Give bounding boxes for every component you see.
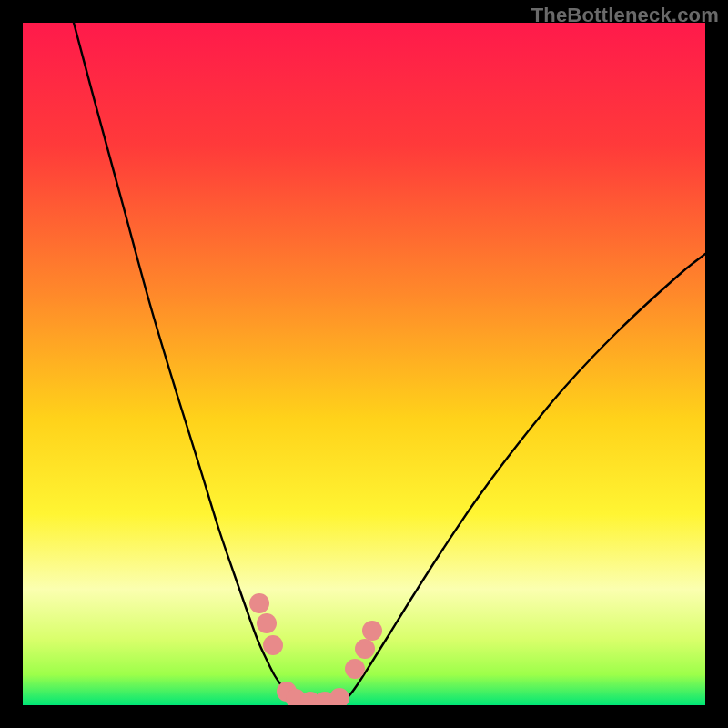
watermark-text: TheBottleneck.com	[531, 4, 719, 27]
data-marker	[345, 659, 365, 679]
data-marker	[355, 639, 375, 659]
data-marker	[249, 593, 269, 613]
plot-area	[23, 23, 705, 705]
data-marker	[362, 621, 382, 641]
data-marker	[263, 635, 283, 655]
data-marker	[257, 613, 277, 633]
gradient-background	[23, 23, 705, 705]
outer-black-frame: TheBottleneck.com	[0, 0, 728, 728]
chart-svg	[23, 23, 705, 705]
